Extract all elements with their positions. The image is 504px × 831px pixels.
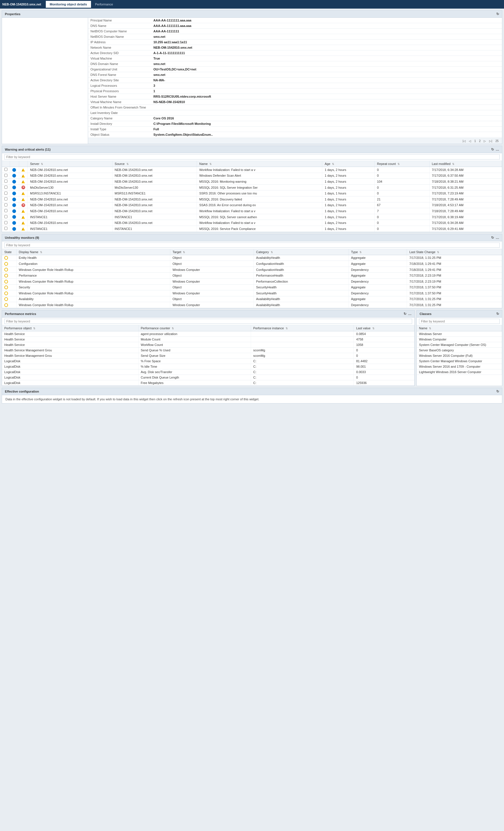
classes-filter-input[interactable] [419, 319, 500, 324]
prop-key: Logical Processors [88, 83, 151, 88]
prop-row: Logical Processors3 [88, 83, 502, 88]
alert-server: NEB-OM-1542810.smx.net [28, 173, 113, 179]
unhealthy-col-category[interactable]: Category ⇅ [254, 249, 349, 255]
perf-table-body: Health Service agent processor utilizati… [2, 331, 414, 385]
alert-server: NEB-OM-1542810.smx.net [28, 179, 113, 185]
monitor-target: Object [170, 296, 254, 302]
perf-col-counter[interactable]: Performance counter ⇅ [138, 325, 251, 331]
prop-value: 1 [151, 88, 502, 94]
state-icon [4, 291, 8, 295]
class-row: Windows Server 2016 and 1709 - Computer [417, 364, 502, 369]
alerts-more-icon[interactable]: … [496, 147, 499, 151]
alert-nav-icon[interactable] [12, 221, 16, 225]
alert-checkbox-cell [2, 173, 10, 179]
perf-filter-input[interactable] [4, 319, 412, 324]
alerts-col-modified[interactable]: Last modified ⇅ [429, 161, 502, 167]
monitor-target: Windows Computer [170, 266, 254, 273]
alert-checkbox[interactable] [4, 168, 7, 171]
class-name: System Center Managed Computer (Server O… [417, 342, 502, 347]
classes-col-name[interactable]: Name ⇅ [417, 325, 502, 331]
page-last[interactable]: ▷| [488, 139, 494, 143]
alert-nav-icon[interactable] [12, 174, 16, 177]
alert-checkbox[interactable] [4, 185, 7, 189]
alert-checkbox-cell [2, 208, 10, 214]
monitor-state [2, 278, 16, 284]
monitor-type: Dependency [349, 278, 407, 284]
alert-checkbox[interactable] [4, 179, 7, 183]
alert-source: NEB-OM-1542810.smx.net [112, 220, 197, 226]
class-name: Windows Server [417, 331, 502, 337]
alert-nav-icon[interactable] [12, 180, 16, 183]
alert-nav-icon[interactable] [12, 203, 16, 207]
properties-scroll[interactable]: Principal NameAAA-AA-1111111.aaa.aaaDNS … [88, 18, 502, 138]
prop-key: Virtual Machine [88, 56, 151, 61]
alert-checkbox[interactable] [4, 174, 7, 177]
unhealthy-filter-input[interactable] [4, 242, 500, 248]
prop-key: Host Server Name [88, 94, 151, 99]
perf-scroll[interactable]: Performance object ⇅ Performance counter… [2, 325, 414, 386]
unhealthy-col-type[interactable]: Type ⇅ [349, 249, 407, 255]
effective-config-refresh-icon[interactable]: ↻ [496, 390, 499, 394]
alerts-col-server[interactable]: Server ⇅ [28, 161, 113, 167]
page-num-2[interactable]: 2 [478, 139, 482, 143]
alerts-refresh-icon[interactable]: ↻ [491, 147, 494, 151]
page-first[interactable]: |◁ [462, 139, 467, 143]
alert-nav-icon[interactable] [12, 227, 16, 231]
alerts-filter-input[interactable] [4, 154, 500, 160]
alerts-header-actions: ↻ … [491, 147, 499, 151]
alerts-col-repeat[interactable]: Repeat count ⇅ [375, 161, 429, 167]
alert-repeat: 0 [375, 167, 429, 173]
alert-nav-icon[interactable] [12, 168, 16, 172]
prop-row: Object StatusSystem.ConfigItem.ObjectSta… [88, 132, 502, 138]
prop-key: Principal Name [88, 18, 151, 23]
classes-refresh-icon[interactable]: ↻ [496, 312, 499, 316]
alert-checkbox[interactable] [4, 203, 7, 206]
alert-checkbox[interactable] [4, 227, 7, 230]
alert-age: 1 days, 1 hours [322, 191, 375, 196]
unhealthy-col-target[interactable]: Target ⇅ [170, 249, 254, 255]
perf-more-icon[interactable]: … [408, 312, 412, 316]
perf-value: 1058 [354, 342, 414, 347]
perf-refresh-icon[interactable]: ↻ [404, 312, 407, 316]
alert-nav-icon[interactable] [12, 215, 16, 219]
tab-performance[interactable]: Performance [91, 1, 117, 8]
alert-checkbox[interactable] [4, 209, 7, 212]
properties-refresh-icon[interactable]: ↻ [496, 12, 499, 16]
unhealthy-col-state[interactable]: State [2, 249, 16, 255]
alerts-col-age[interactable]: Age ⇅ [322, 161, 375, 167]
unhealthy-col-change[interactable]: Last State Change ⇅ [407, 249, 502, 255]
prop-value: 3 [151, 83, 502, 88]
alerts-col-source[interactable]: Source ⇅ [112, 161, 197, 167]
page-num-1[interactable]: 1 [473, 139, 477, 143]
alert-checkbox[interactable] [4, 221, 7, 224]
alert-age: 1 days, 2 hours [322, 208, 375, 214]
alert-checkbox[interactable] [4, 192, 7, 195]
class-name: Windows Computer [417, 337, 502, 342]
alert-nav-icon[interactable] [12, 185, 16, 189]
alert-nav-icon[interactable] [12, 198, 16, 201]
alert-checkbox-cell [2, 167, 10, 173]
prop-key: Object Status [88, 132, 151, 138]
perf-col-instance[interactable]: Performance instance ⇅ [251, 325, 354, 331]
perf-row: Health Service Workflow Count 1058 [2, 342, 414, 347]
alert-checkbox[interactable] [4, 197, 7, 200]
warning-icon: ! [22, 221, 25, 225]
perf-col-value[interactable]: Last value ⇅ [354, 325, 414, 331]
unhealthy-col-name[interactable]: Display Name ⇅ [16, 249, 170, 255]
alert-repeat: 67 [375, 202, 429, 208]
unhealthy-filter-bar [2, 241, 502, 249]
monitor-display-name: Entity Health [16, 255, 170, 261]
page-next[interactable]: ▷ [482, 139, 487, 143]
unhealthy-more-icon[interactable]: … [496, 236, 499, 240]
alert-checkbox[interactable] [4, 215, 7, 218]
tab-monitoring-object-details[interactable]: Monitoring object details [46, 1, 91, 8]
perf-col-object[interactable]: Performance object ⇅ [2, 325, 138, 331]
state-icon [4, 303, 8, 307]
alert-nav-icon[interactable] [12, 192, 16, 195]
alert-nav-icon-cell [10, 214, 19, 220]
alert-nav-icon[interactable] [12, 209, 16, 213]
unhealthy-refresh-icon[interactable]: ↻ [491, 236, 494, 240]
page-prev[interactable]: ◁ [468, 139, 472, 143]
alerts-col-name[interactable]: Name ⇅ [197, 161, 322, 167]
alert-repeat: 0 [375, 191, 429, 196]
